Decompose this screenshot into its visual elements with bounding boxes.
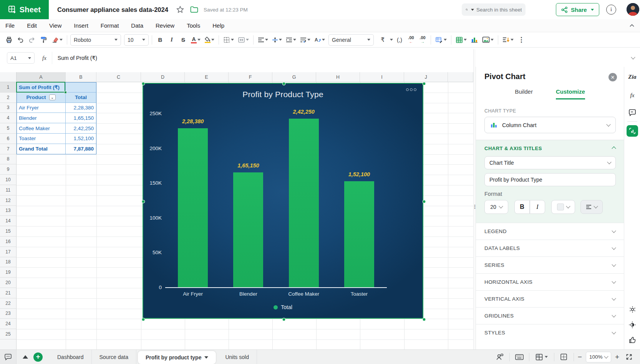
menu-review[interactable]: Review (156, 22, 174, 29)
document-title[interactable]: Consumer appliance sales data-2024 (57, 0, 168, 19)
row-header-11[interactable]: 11 (0, 185, 17, 195)
keyboard-shortcuts-icon[interactable] (514, 352, 525, 362)
row-header-25[interactable]: 25 (0, 329, 17, 339)
row-header-18[interactable]: 18 (0, 257, 17, 268)
selection-handle[interactable] (423, 82, 426, 86)
selection-handle[interactable] (423, 200, 426, 204)
row-header-23[interactable]: 23 (0, 309, 17, 319)
row-header-9[interactable]: 9 (0, 164, 17, 175)
cell-value-1[interactable]: 2,28,380 (66, 103, 96, 113)
text-wrap-caret[interactable] (307, 39, 310, 41)
fill-color-caret[interactable] (211, 39, 214, 41)
row-header-24[interactable]: 24 (0, 319, 17, 329)
cell-product-2[interactable]: Blender (17, 113, 66, 123)
column-header-H[interactable]: H (316, 72, 360, 82)
column-header-D[interactable]: D (141, 72, 185, 82)
cell-grand-total-value[interactable]: 7,87,880 (66, 144, 96, 154)
selection-handle[interactable] (282, 82, 285, 86)
sheet-tab-dashboard[interactable]: Dashboard (50, 350, 92, 364)
theme-icon[interactable] (624, 321, 640, 329)
chart-title-input[interactable] (484, 173, 616, 186)
zoom-out-button[interactable]: − (578, 353, 582, 361)
collaborators-icon[interactable] (494, 352, 506, 362)
zia-icon[interactable]: Zia (624, 74, 640, 80)
sheet-tab-source-data[interactable]: Source data (92, 350, 137, 364)
vertical-align-button[interactable] (271, 35, 283, 45)
cell-grand-total-label[interactable]: Grand Total (17, 144, 66, 154)
row-header-6[interactable]: 6 (0, 134, 17, 144)
insert-image-caret[interactable] (491, 39, 494, 41)
row-header-22[interactable]: 22 (0, 298, 17, 309)
zoom-in-button[interactable]: + (615, 353, 619, 361)
indent-button[interactable] (285, 35, 297, 45)
chart-legend[interactable]: Total (143, 304, 423, 310)
cell-name-box[interactable]: A1 (7, 52, 35, 64)
sheet-list-button[interactable] (23, 355, 28, 359)
insert-table-caret[interactable] (464, 39, 467, 41)
bar-coffee-maker[interactable] (289, 119, 319, 287)
row-header-21[interactable]: 21 (0, 288, 17, 298)
comments-icon[interactable] (624, 109, 640, 116)
fullscreen-button[interactable] (623, 352, 635, 362)
chart-axis-titles-section[interactable]: CHART & AXIS TITLES Chart Title Format 2… (476, 140, 624, 223)
cell-b1[interactable] (66, 82, 96, 93)
sheet-tab-profit-by-product-type[interactable]: Profit by product type (138, 351, 216, 364)
add-sheet-button[interactable]: + (33, 352, 43, 362)
row-header-17[interactable]: 17 (0, 247, 17, 257)
row-header-7[interactable]: 7 (0, 144, 17, 154)
filter-dropdown-icon[interactable]: ⌄ (49, 94, 56, 100)
horizontal-align-button[interactable] (257, 35, 269, 45)
search-input[interactable] (476, 7, 522, 13)
feedback-icon[interactable] (624, 336, 640, 344)
fill-color-button[interactable] (203, 35, 216, 45)
insert-image-button[interactable] (481, 35, 495, 45)
panel-tab-customize[interactable]: Customize (556, 88, 585, 99)
row-header-4[interactable]: 4 (0, 113, 17, 123)
folder-icon[interactable] (190, 6, 198, 13)
cell-product-1[interactable]: Air Fryer (17, 103, 66, 113)
cell-product-4[interactable]: Toaster (17, 134, 66, 144)
column-header-G[interactable]: G (272, 72, 316, 82)
title-align-select[interactable] (580, 200, 603, 214)
zoom-level-select[interactable]: 100% (586, 352, 611, 362)
row-header-5[interactable]: 5 (0, 123, 17, 134)
functions-icon[interactable]: fx (624, 92, 640, 99)
bar-blender[interactable] (233, 172, 263, 287)
row-header-10[interactable]: 10 (0, 175, 17, 185)
column-header-C[interactable]: C (96, 72, 141, 82)
jump-to-range-button[interactable] (558, 352, 570, 362)
chart-type-select[interactable]: Column Chart (484, 117, 616, 133)
menu-view[interactable]: View (49, 22, 61, 29)
decrease-decimal-button[interactable]: .00← (406, 35, 416, 45)
section-styles[interactable]: STYLES (476, 324, 624, 341)
merge-cells-button[interactable] (237, 35, 250, 45)
menu-data[interactable]: Data (131, 22, 143, 29)
font-size-select[interactable]: 10 (124, 34, 149, 46)
insert-chart-button[interactable] (469, 35, 479, 45)
info-button[interactable]: i (606, 5, 616, 15)
title-italic-button[interactable]: I (530, 200, 545, 214)
app-logo[interactable]: Sheet (0, 0, 49, 19)
sort-caret[interactable] (511, 39, 514, 41)
cell-value-2[interactable]: 1,65,150 (66, 113, 96, 123)
italic-button[interactable]: I (167, 35, 177, 45)
column-header-E[interactable]: E (185, 72, 229, 82)
column-header-A[interactable]: A (17, 72, 66, 82)
row-header-12[interactable]: 12 (0, 195, 17, 206)
cell-value-4[interactable]: 1,52,100 (66, 134, 96, 144)
bar-air-fryer[interactable] (178, 128, 208, 287)
sheet-search[interactable] (462, 3, 526, 16)
menu-format[interactable]: Format (101, 22, 119, 29)
font-family-select[interactable]: Roboto (70, 34, 121, 46)
menu-tools[interactable]: Tools (187, 22, 200, 29)
row-header-13[interactable]: 13 (0, 206, 17, 216)
fx-icon[interactable]: fx (42, 55, 46, 61)
merge-cells-caret[interactable] (246, 39, 249, 41)
selection-handle[interactable] (423, 318, 426, 321)
section-series[interactable]: SERIES (476, 256, 624, 273)
selection-handle[interactable] (282, 318, 285, 321)
column-header-B[interactable]: B (66, 72, 96, 82)
chart-axis-titles-header[interactable]: CHART & AXIS TITLES (484, 146, 542, 151)
row-header-16[interactable]: 16 (0, 237, 17, 247)
menu-help[interactable]: Help (212, 22, 224, 29)
